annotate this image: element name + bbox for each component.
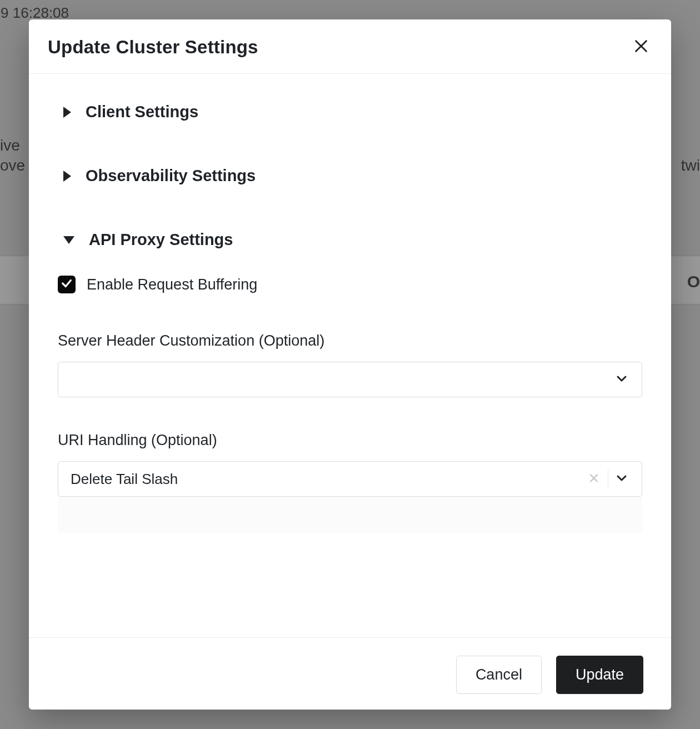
section-client-settings[interactable]: Client Settings <box>57 91 643 133</box>
section-observability-settings[interactable]: Observability Settings <box>57 154 643 197</box>
caret-down-icon <box>63 236 74 244</box>
section-title: Client Settings <box>86 103 198 121</box>
close-button[interactable] <box>630 35 652 59</box>
section-api-proxy-settings[interactable]: API Proxy Settings <box>57 218 643 261</box>
enable-request-buffering-label: Enable Request Buffering <box>87 276 257 293</box>
chevron-down-icon <box>615 372 628 387</box>
modal-footer: Cancel Update <box>29 637 671 710</box>
server-header-label: Server Header Customization (Optional) <box>58 332 642 349</box>
update-button[interactable]: Update <box>556 656 643 694</box>
close-icon <box>588 473 599 486</box>
update-cluster-settings-modal: Update Cluster Settings Client Settings … <box>29 19 671 710</box>
background-text: ove <box>0 157 25 174</box>
background-text: O <box>687 272 700 291</box>
chevron-down-icon <box>615 471 628 487</box>
enable-request-buffering-checkbox[interactable] <box>58 276 76 293</box>
background-text: twi <box>681 157 700 174</box>
cancel-button[interactable]: Cancel <box>456 656 542 694</box>
modal-title: Update Cluster Settings <box>48 37 258 58</box>
modal-header: Update Cluster Settings <box>29 19 671 74</box>
section-title: Observability Settings <box>86 167 256 185</box>
api-proxy-settings-content: Enable Request Buffering Server Header C… <box>57 261 643 538</box>
uri-handling-value: Delete Tail Slash <box>71 471 178 488</box>
caret-right-icon <box>63 107 71 118</box>
modal-body: Client Settings Observability Settings A… <box>29 74 671 637</box>
section-title: API Proxy Settings <box>89 231 233 249</box>
close-icon <box>633 38 649 56</box>
background-text: ive <box>0 137 20 154</box>
clear-uri-handling-button[interactable] <box>585 470 603 489</box>
uri-handling-select[interactable]: Delete Tail Slash <box>58 461 642 497</box>
server-header-select[interactable] <box>58 362 642 397</box>
check-icon <box>61 277 73 292</box>
caret-right-icon <box>63 171 71 182</box>
divider <box>608 470 608 488</box>
enable-request-buffering-row: Enable Request Buffering <box>58 276 642 293</box>
uri-handling-description-panel <box>58 496 642 533</box>
server-header-field: Server Header Customization (Optional) <box>58 332 642 397</box>
uri-handling-field: URI Handling (Optional) Delete Tail Slas… <box>58 432 642 533</box>
uri-handling-label: URI Handling (Optional) <box>58 432 642 449</box>
